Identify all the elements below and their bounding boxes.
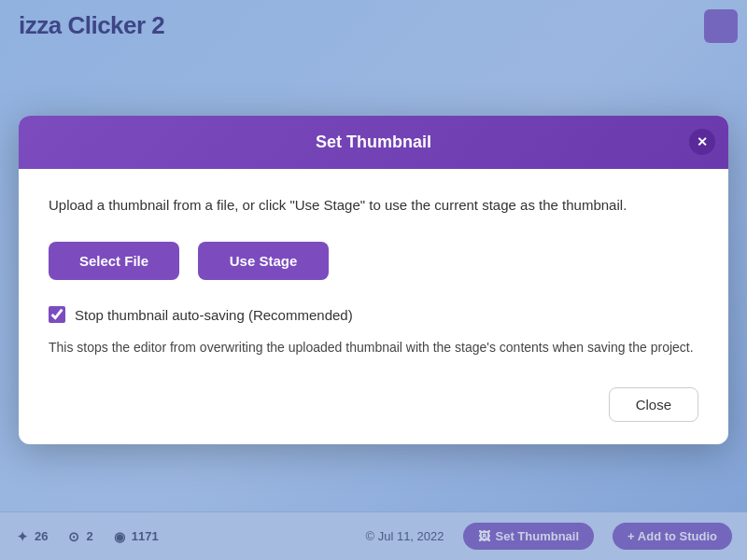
modal-close-button[interactable]: ✕ [689,129,715,155]
modal-header: Set Thumbnail ✕ [19,116,728,169]
set-thumbnail-modal: Set Thumbnail ✕ Upload a thumbnail from … [19,116,728,445]
modal-action-buttons: Select File Use Stage [49,242,698,280]
modal-overlay: Set Thumbnail ✕ Upload a thumbnail from … [0,0,747,560]
modal-description: Upload a thumbnail from a file, or click… [49,195,698,217]
autosave-label[interactable]: Stop thumbnail auto-saving (Recommended) [75,307,353,323]
close-button[interactable]: Close [609,387,698,422]
modal-info-text: This stops the editor from overwriting t… [49,338,698,357]
select-file-button[interactable]: Select File [49,242,179,280]
use-stage-button[interactable]: Use Stage [198,242,329,280]
modal-title: Set Thumbnail [316,133,431,151]
modal-footer: Close [49,380,698,422]
modal-body: Upload a thumbnail from a file, or click… [19,169,728,445]
autosave-checkbox[interactable] [49,306,65,323]
autosave-checkbox-row: Stop thumbnail auto-saving (Recommended) [49,306,698,323]
close-icon: ✕ [697,134,708,149]
